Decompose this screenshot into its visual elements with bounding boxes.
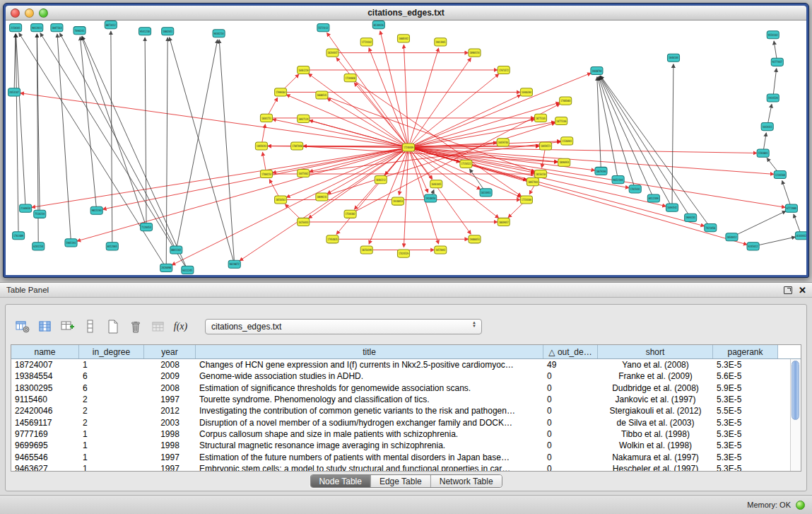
graph-node[interactable]: 9277447	[771, 58, 783, 66]
graph-node[interactable]: 16461219	[298, 66, 310, 74]
graph-edge[interactable]	[408, 48, 439, 147]
network-window-titlebar[interactable]: citations_edges.txt	[6, 6, 806, 21]
column-header-pagerank[interactable]: pagerank	[713, 345, 778, 358]
network-table-select[interactable]: citations_edges.txt ▲▼	[205, 319, 482, 334]
graph-node[interactable]: 18204447	[326, 49, 339, 57]
graph-node[interactable]: 17724102	[360, 38, 372, 46]
graph-node[interactable]: 9012011	[31, 24, 43, 32]
graph-node[interactable]: 17485083	[560, 97, 572, 105]
graph-node[interactable]: 19448794	[591, 66, 603, 74]
graph-node[interactable]: 18154951	[480, 189, 492, 197]
table-row[interactable]: 1830029562008Estimation of significance …	[11, 382, 790, 394]
graph-edge[interactable]	[170, 37, 235, 264]
close-panel-icon[interactable]: ✕	[799, 286, 806, 295]
graph-node[interactable]: 18550563	[275, 196, 287, 204]
graph-node[interactable]: 5905191	[65, 239, 77, 247]
graph-edge[interactable]	[408, 58, 471, 147]
graph-node[interactable]: 19148453	[392, 197, 404, 205]
graph-edge[interactable]	[369, 147, 408, 244]
graph-node[interactable]: 16059740	[497, 139, 509, 146]
graph-node[interactable]: 17847048	[291, 142, 303, 150]
graph-edge[interactable]	[773, 69, 777, 98]
graph-node[interactable]: 17204848	[344, 74, 356, 82]
column-header-name[interactable]: name	[11, 345, 79, 358]
graph-edge[interactable]	[176, 40, 218, 250]
tab-network-table[interactable]: Network Table	[430, 475, 502, 487]
table-row[interactable]: 2242004622012Investigating the contribut…	[11, 405, 790, 416]
table-row[interactable]: 946554611997Estimation of the future num…	[11, 451, 790, 462]
graph-node[interactable]: 12103568	[774, 170, 786, 178]
graph-edge[interactable]	[408, 147, 521, 197]
graph-node[interactable]: 18957944	[526, 178, 539, 186]
table-row[interactable]: 946362711997Embryonic stem cells: a mode…	[11, 463, 790, 471]
maximize-window-button[interactable]	[39, 8, 48, 18]
graph-node[interactable]: 2150341	[10, 24, 22, 32]
graph-node[interactable]: 18302212	[375, 176, 387, 184]
new-table-button[interactable]	[103, 317, 122, 337]
graph-node[interactable]: 17544382	[344, 210, 356, 218]
graph-node[interactable]: 19013905	[435, 38, 447, 46]
graph-node[interactable]: 18699231	[316, 193, 328, 201]
graph-node[interactable]: 16075462	[298, 169, 310, 177]
graph-node[interactable]: 16256443	[298, 218, 310, 226]
column-header-out_degree[interactable]: △ out_de…	[543, 345, 598, 358]
graph-node[interactable]: 9652104	[612, 176, 624, 184]
function-builder-button[interactable]: f(x)	[171, 317, 190, 337]
graph-node[interactable]: 18839057	[498, 218, 510, 226]
graph-node[interactable]: 16906394	[520, 88, 532, 96]
graph-edge[interactable]	[322, 95, 534, 171]
graph-edge[interactable]	[14, 34, 16, 92]
table-row[interactable]: 969969511998Structural magnetic resonanc…	[11, 440, 790, 451]
graph-node[interactable]: 8130426	[372, 21, 384, 29]
graph-edge[interactable]	[327, 98, 408, 147]
graph-node[interactable]: 2053107	[8, 88, 20, 96]
graph-node[interactable]: 18096954	[558, 158, 570, 166]
graph-edge[interactable]	[57, 34, 71, 243]
graph-node[interactable]: 8841102	[170, 246, 182, 254]
graph-node[interactable]: 18927124	[298, 115, 310, 122]
graph-node[interactable]: 18679190	[595, 167, 607, 175]
column-header-title[interactable]: title	[196, 345, 543, 358]
graph-node[interactable]: 19148450	[425, 194, 437, 202]
graph-edge[interactable]	[77, 147, 408, 240]
graph-node[interactable]: 6201154	[33, 243, 45, 250]
graph-node[interactable]: 18256199	[360, 246, 372, 254]
graph-node[interactable]: 9034210	[213, 30, 225, 37]
column-header-in_degree[interactable]: in_degree	[79, 345, 144, 358]
graph-edge[interactable]	[81, 37, 146, 227]
graph-edge[interactable]	[16, 34, 18, 235]
table-vertical-scrollbar[interactable]	[790, 359, 801, 471]
graph-node[interactable]: 18775105	[534, 114, 546, 122]
graph-edge[interactable]	[303, 119, 526, 180]
graph-node[interactable]: 17154522	[460, 160, 472, 168]
graph-edge[interactable]	[408, 147, 705, 226]
graph-node[interactable]: 16570042	[435, 246, 447, 254]
graph-node[interactable]: 8412065	[106, 243, 118, 250]
network-canvas[interactable]: 1724040916959573181561581755430018839057…	[6, 21, 806, 275]
graph-node[interactable]: 17240409	[402, 144, 414, 151]
graph-node[interactable]: 9311245	[182, 266, 194, 274]
column-header-year[interactable]: year	[144, 345, 196, 358]
table-row[interactable]: 1938455462009Genome-wide association stu…	[11, 370, 790, 382]
graph-node[interactable]: 18301751	[260, 114, 272, 122]
graph-node[interactable]: 1646104	[667, 54, 679, 62]
graph-node[interactable]: 1914520	[767, 94, 779, 102]
graph-node[interactable]: 2026098	[160, 264, 172, 271]
table-row[interactable]: 1872400712008Changes of HCN gene express…	[11, 359, 790, 370]
graph-node[interactable]: 18540412	[726, 233, 738, 241]
table-row[interactable]: 1456911722003Disruption of a novel membe…	[11, 416, 790, 428]
graph-node[interactable]: 7690241	[73, 27, 86, 35]
graph-node[interactable]: 19693201	[685, 214, 697, 221]
scrollbar-thumb[interactable]	[792, 361, 799, 420]
table-row[interactable]: 911546021997Tourette syndrome. Phenomeno…	[11, 394, 790, 405]
table-panel-titlebar[interactable]: Table Panel ✕	[0, 283, 812, 298]
graph-edge[interactable]	[408, 74, 499, 148]
graph-node[interactable]: 18156158	[534, 170, 546, 177]
graph-edge[interactable]	[60, 33, 177, 250]
graph-node[interactable]: 9619872	[228, 260, 240, 268]
graph-node[interactable]: 16420311	[761, 123, 773, 131]
minimize-window-button[interactable]	[25, 8, 34, 18]
graph-node[interactable]: 2160650	[20, 204, 32, 212]
graph-node[interactable]: 8412309	[647, 194, 659, 202]
graph-edge[interactable]	[327, 147, 408, 193]
